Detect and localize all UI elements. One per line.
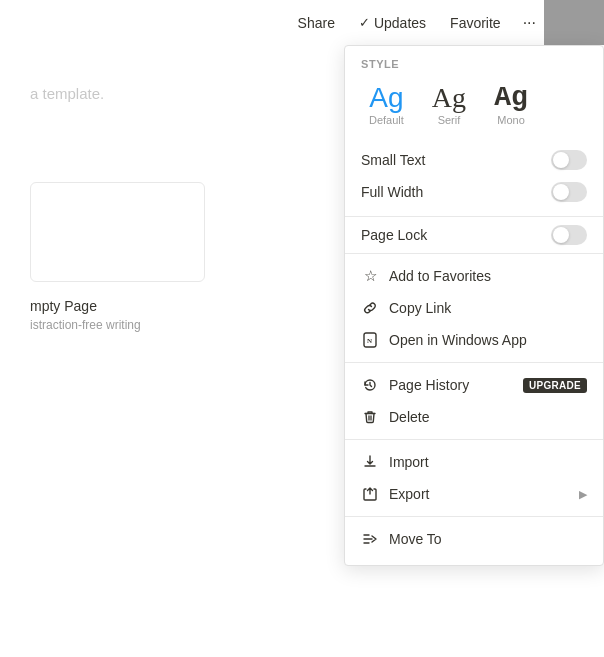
- top-toolbar: Share ✓ Updates Favorite ···: [0, 0, 604, 45]
- page-card: [30, 182, 205, 282]
- share-button[interactable]: Share: [288, 9, 345, 37]
- export-label: Export: [389, 486, 429, 502]
- template-text: a template.: [30, 85, 104, 102]
- history-icon: [361, 376, 379, 394]
- delete-label: Delete: [389, 409, 429, 425]
- notion-icon: N: [361, 331, 379, 349]
- font-option-default[interactable]: Ag Default: [361, 80, 412, 130]
- link-icon: [361, 299, 379, 317]
- menu-item-import[interactable]: Import: [345, 446, 603, 478]
- menu-item-copy-link[interactable]: Copy Link: [345, 292, 603, 324]
- export-icon: [361, 485, 379, 503]
- page-content: a template. mpty Page istraction-free wr…: [0, 45, 340, 657]
- menu-item-export[interactable]: Export ▶: [345, 478, 603, 510]
- font-options: Ag Default Ag Serif Ag Mono: [361, 80, 587, 130]
- more-dots: ···: [523, 14, 536, 32]
- font-glyph-mono: Ag: [494, 84, 528, 112]
- full-width-row: Full Width: [361, 176, 587, 208]
- full-width-label: Full Width: [361, 184, 423, 200]
- move-to-icon: [361, 530, 379, 548]
- menu-item-page-history[interactable]: Page History UPGRADE: [345, 369, 603, 401]
- font-name-mono: Mono: [497, 114, 525, 126]
- small-text-toggle[interactable]: [551, 150, 587, 170]
- style-section: STYLE Ag Default Ag Serif Ag Mono Small …: [345, 46, 603, 217]
- page-title: mpty Page: [30, 298, 97, 314]
- star-icon: ☆: [361, 267, 379, 285]
- import-icon: [361, 453, 379, 471]
- small-text-label: Small Text: [361, 152, 425, 168]
- updates-label: Updates: [374, 15, 426, 31]
- page-subtitle: istraction-free writing: [30, 318, 141, 332]
- menu-item-move-to[interactable]: Move To: [345, 523, 603, 555]
- font-option-serif[interactable]: Ag Serif: [424, 80, 474, 130]
- more-button[interactable]: ···: [515, 8, 544, 38]
- favorite-label: Favorite: [450, 15, 501, 31]
- menu-section-3: Import Export ▶: [345, 440, 603, 517]
- check-icon: ✓: [359, 15, 370, 30]
- page-history-label: Page History: [389, 377, 469, 393]
- menu-section-1: ☆ Add to Favorites Copy Link N Open in W…: [345, 254, 603, 363]
- font-glyph-default: Ag: [369, 84, 403, 112]
- copy-link-label: Copy Link: [389, 300, 451, 316]
- open-windows-label: Open in Windows App: [389, 332, 527, 348]
- font-glyph-serif: Ag: [432, 84, 466, 112]
- menu-item-delete[interactable]: Delete: [345, 401, 603, 433]
- menu-item-open-windows[interactable]: N Open in Windows App: [345, 324, 603, 356]
- favorites-label: Add to Favorites: [389, 268, 491, 284]
- style-section-label: STYLE: [361, 58, 587, 70]
- menu-section-2: Page History UPGRADE Delete: [345, 363, 603, 440]
- svg-text:N: N: [367, 337, 372, 345]
- trash-icon: [361, 408, 379, 426]
- menu-section-4: Move To: [345, 517, 603, 561]
- import-label: Import: [389, 454, 429, 470]
- font-name-default: Default: [369, 114, 404, 126]
- page-lock-toggle[interactable]: [551, 225, 587, 245]
- small-text-row: Small Text: [361, 144, 587, 176]
- share-label: Share: [298, 15, 335, 31]
- menu-item-favorites[interactable]: ☆ Add to Favorites: [345, 260, 603, 292]
- full-width-toggle[interactable]: [551, 182, 587, 202]
- font-name-serif: Serif: [438, 114, 461, 126]
- page-lock-row: Page Lock: [345, 217, 603, 254]
- dropdown-panel: STYLE Ag Default Ag Serif Ag Mono Small …: [344, 45, 604, 566]
- favorite-button[interactable]: Favorite: [440, 9, 511, 37]
- upgrade-badge: UPGRADE: [523, 378, 587, 393]
- page-lock-label: Page Lock: [361, 227, 427, 243]
- updates-button[interactable]: ✓ Updates: [349, 9, 436, 37]
- font-option-mono[interactable]: Ag Mono: [486, 80, 536, 130]
- export-chevron-icon: ▶: [579, 488, 587, 501]
- move-to-label: Move To: [389, 531, 442, 547]
